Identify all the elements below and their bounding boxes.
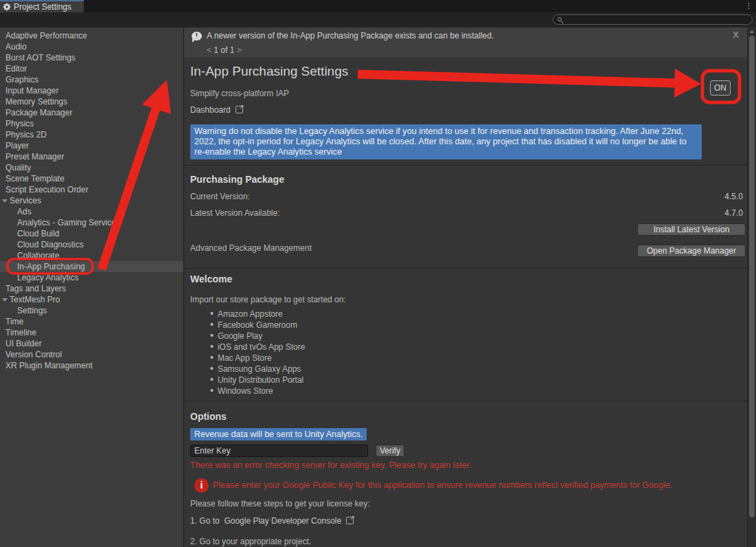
sidebar-item-cloud-build[interactable]: Cloud Build (0, 228, 183, 239)
simplify-iap-label: Simplify cross-platform IAP (190, 89, 289, 98)
sidebar-item-tags-and-layers[interactable]: Tags and Layers (0, 283, 183, 294)
sidebar-item-time[interactable]: Time (0, 316, 183, 327)
google-key-note: Please enter your Google Public Key for … (213, 480, 672, 490)
key-error-text: There was an error checking server for e… (190, 460, 472, 470)
sidebar-item-xr-plugin-management[interactable]: XR Plugin Management (0, 360, 183, 371)
verify-button[interactable]: Verify (376, 445, 404, 457)
sidebar-item-scene-template[interactable]: Scene Template (0, 173, 183, 184)
sidebar-item-script-execution-order[interactable]: Script Execution Order (0, 184, 183, 195)
store-list-item: Samsung Galaxy Apps (210, 363, 305, 374)
latest-version-label: Latest Version Available: (190, 208, 280, 218)
vertical-scrollbar[interactable] (747, 27, 756, 547)
advanced-package-management-label: Advanced Package Management (190, 243, 312, 253)
step-1: 1. Go to Google Play Developer Console (190, 516, 354, 526)
section-divider (184, 268, 747, 269)
pager-prev-button[interactable]: < (207, 45, 211, 55)
sidebar-item-ui-builder[interactable]: UI Builder (0, 338, 183, 349)
store-list-item: Facebook Gameroom (210, 319, 305, 330)
foldout-triangle-icon[interactable] (2, 298, 8, 302)
external-link-icon (236, 106, 243, 113)
search-input[interactable] (553, 14, 753, 25)
section-divider (184, 165, 747, 166)
sidebar-item-adaptive-performance[interactable]: Adaptive Performance (0, 30, 183, 41)
store-list: Amazon AppstoreFacebook GameroomGoogle P… (210, 308, 305, 396)
scrollbar-thumb[interactable] (749, 36, 755, 517)
sidebar-item-cloud-diagnostics[interactable]: Cloud Diagnostics (0, 239, 183, 250)
sidebar-item-player[interactable]: Player (0, 140, 183, 151)
store-list-item: Google Play (210, 330, 305, 341)
options-heading: Options (190, 411, 227, 422)
sidebar-item-in-app-purchasing[interactable]: In-App Purchasing (0, 261, 183, 272)
alert-bubble-icon: ! (192, 32, 202, 41)
sidebar-item-quality[interactable]: Quality (0, 162, 183, 173)
sidebar-item-collaborate[interactable]: Collaborate (0, 250, 183, 261)
dashboard-link[interactable]: Dashboard (190, 105, 243, 115)
error-info-icon: i (194, 478, 209, 493)
legacy-analytics-warning: Warning do not disable the Legacy Analyt… (190, 124, 702, 159)
sidebar-item-preset-manager[interactable]: Preset Manager (0, 151, 183, 162)
sidebar-item-analytics-gaming-services[interactable]: Analytics - Gaming Services (0, 217, 183, 228)
steps-intro: Please follow these steps to get your li… (190, 499, 369, 509)
sidebar-item-ads[interactable]: Ads (0, 206, 183, 217)
install-latest-version-button[interactable]: Install Latest Version (637, 223, 746, 236)
iap-on-toggle[interactable]: ON (710, 80, 731, 96)
welcome-heading: Welcome (190, 274, 232, 284)
sidebar-item-graphics[interactable]: Graphics (0, 74, 183, 85)
kebab-menu-icon[interactable]: ⋮ (745, 1, 753, 10)
toolbar (0, 12, 756, 27)
tab-title: Project Settings (14, 2, 71, 12)
store-list-item: Mac App Store (210, 352, 305, 363)
notification-message: A newer version of the In-App Purchasing… (207, 31, 494, 41)
sidebar-item-version-control[interactable]: Version Control (0, 349, 183, 360)
sidebar-item-services[interactable]: Services (0, 195, 183, 206)
store-list-item: iOS and tvOs App Store (210, 341, 305, 352)
foldout-triangle-icon[interactable] (2, 199, 8, 203)
sidebar-item-physics[interactable]: Physics (0, 118, 183, 129)
step-2: 2. Go to your appropriate project. (190, 537, 311, 546)
sidebar-item-burst-aot-settings[interactable]: Burst AOT Settings (0, 52, 183, 63)
sidebar-item-input-manager[interactable]: Input Manager (0, 85, 183, 96)
settings-main-panel: ! A newer version of the In-App Purchasi… (184, 27, 747, 547)
sidebar-item-settings[interactable]: Settings (0, 305, 183, 316)
search-icon (558, 17, 562, 21)
sidebar-item-timeline[interactable]: Timeline (0, 327, 183, 338)
sidebar-item-textmesh-pro[interactable]: TextMesh Pro (0, 294, 183, 305)
notification-close-button[interactable]: X (733, 30, 739, 40)
section-divider (184, 401, 747, 401)
revenue-note-badge: Revenue data will be sent to Unity Analy… (190, 428, 367, 440)
scroll-up-arrow-icon[interactable] (750, 30, 754, 33)
store-list-item: Unity Distribution Portal (210, 374, 305, 385)
welcome-intro: Import our store package to get started … (190, 295, 346, 304)
open-package-manager-button[interactable]: Open Package Manager (637, 245, 746, 257)
window-tab-bar: Project Settings ⋮ (0, 0, 756, 12)
purchasing-package-heading: Purchasing Package (190, 174, 284, 185)
tab-project-settings[interactable]: Project Settings (0, 0, 84, 12)
pager-count: 1 of 1 (214, 45, 234, 55)
sidebar-item-legacy-analytics[interactable]: Legacy Analytics (0, 272, 183, 283)
enter-key-input[interactable]: Enter Key (190, 445, 368, 457)
store-list-item: Windows Store (210, 385, 305, 396)
notification-pager: < 1 of 1 > (207, 45, 242, 55)
sidebar-item-memory-settings[interactable]: Memory Settings (0, 96, 183, 107)
current-version-label: Current Version: (190, 192, 250, 201)
page-title: In-App Purchasing Settings (190, 64, 348, 79)
gear-icon (3, 3, 11, 11)
sidebar-item-physics-2d[interactable]: Physics 2D (0, 129, 183, 140)
store-list-item: Amazon Appstore (210, 308, 305, 319)
settings-sidebar: Adaptive PerformanceAudioBurst AOT Setti… (0, 27, 184, 547)
sidebar-item-package-manager[interactable]: Package Manager (0, 107, 183, 118)
latest-version-value: 4.7.0 (724, 208, 743, 218)
current-version-value: 4.5.0 (724, 192, 743, 201)
google-play-console-link[interactable]: Google Play Developer Console (224, 516, 341, 526)
package-update-notification: ! A newer version of the In-App Purchasi… (184, 27, 747, 58)
pager-next-button[interactable]: > (237, 45, 242, 55)
external-link-icon (346, 517, 354, 524)
sidebar-item-audio[interactable]: Audio (0, 41, 183, 52)
sidebar-item-editor[interactable]: Editor (0, 63, 183, 74)
